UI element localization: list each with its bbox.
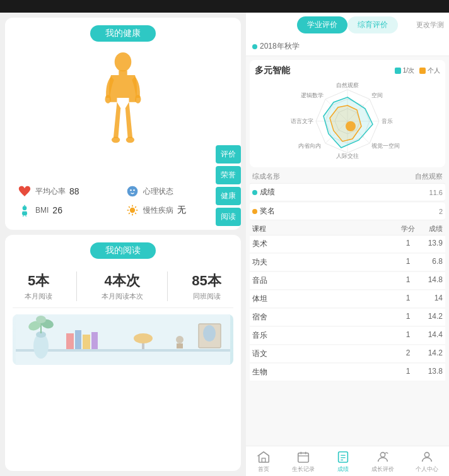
course-score-2: 14.8	[417, 275, 443, 286]
legend-dot-orange	[419, 68, 426, 74]
shelf-svg	[13, 314, 233, 365]
nav-portfolio[interactable]: 成长评价	[371, 450, 394, 473]
svg-point-6	[127, 186, 138, 197]
mental-icon	[125, 184, 139, 198]
health-button[interactable]: 健康	[216, 187, 241, 205]
reading-monthly: 5本 本月阅读	[25, 271, 52, 301]
nav-profile-label: 个人中心	[416, 465, 438, 473]
nav-calendar[interactable]: 生长记录	[292, 450, 315, 473]
health-stats: 平均心率 88 心理状态	[13, 179, 233, 222]
bmi-label: BMI	[35, 206, 49, 215]
year-row: 2018年秋学	[246, 37, 449, 56]
course-score-6: 14.2	[417, 348, 443, 359]
eval-button[interactable]: 评价	[216, 145, 241, 164]
eval-col1: 综成名形	[252, 172, 280, 181]
nav-profile[interactable]: 个人中心	[416, 450, 438, 473]
course-row-5: 音乐 1 14.4	[250, 327, 445, 345]
honor-row-0: 成绩 11.6	[250, 184, 445, 201]
nav-report[interactable]: 成绩	[336, 450, 350, 473]
heart-rate-value: 88	[69, 186, 79, 196]
svg-point-49	[346, 121, 356, 131]
health-section: 我的健康	[5, 18, 241, 230]
honor-label-1: 奖名	[260, 206, 275, 217]
course-name-5: 音乐	[252, 330, 399, 341]
year-dot	[252, 44, 257, 49]
svg-text:自然观察: 自然观察	[336, 82, 359, 88]
reading-button[interactable]: 阅读	[216, 208, 241, 226]
svg-text:语言文字: 语言文字	[291, 118, 313, 124]
svg-line-19	[135, 213, 136, 214]
health-title-badge: 我的健康	[90, 25, 156, 42]
course-score-4: 14.2	[417, 312, 443, 323]
course-credit-1: 1	[399, 257, 417, 268]
honor-dot-green-0	[252, 190, 257, 195]
svg-text:内省向内: 内省向内	[298, 143, 321, 149]
radar-chart: 自然观察 空间 音乐 视觉一空间 人际交往 内省向内 语言文字 逻辑数学	[284, 82, 411, 161]
course-credit-6: 2	[399, 348, 417, 359]
tab-academic[interactable]: 学业评价	[297, 16, 347, 33]
nav-report-label: 成绩	[337, 465, 349, 473]
chronic-disease-value: 无	[177, 205, 186, 216]
svg-point-4	[112, 137, 120, 143]
course-header-credit: 学分	[399, 224, 417, 234]
legend-personal: 个人	[419, 66, 440, 75]
honor-button[interactable]: 荣誉	[216, 166, 241, 184]
eval-col2: 自然观察	[415, 172, 443, 181]
side-buttons: 评价 荣誉 健康 阅读	[216, 145, 241, 226]
status-bar-right	[246, 0, 449, 13]
body-figure-svg	[98, 51, 148, 171]
svg-point-7	[130, 189, 132, 191]
course-name-0: 美术	[252, 239, 399, 249]
calendar-icon	[296, 450, 310, 464]
course-name-6: 语文	[252, 348, 399, 359]
course-row-3: 体坦 1 14	[250, 290, 445, 308]
course-row-0: 美术 1 13.9	[250, 235, 445, 253]
svg-rect-31	[75, 330, 81, 349]
svg-point-35	[134, 333, 153, 343]
chronic-disease-stat: 慢性疾病 无	[125, 203, 228, 217]
svg-point-8	[133, 189, 135, 191]
svg-line-18	[129, 206, 130, 208]
status-bar-left	[0, 0, 246, 13]
svg-point-67	[380, 453, 385, 457]
svg-rect-32	[83, 335, 90, 349]
radar-container: 自然观察 空间 音乐 视觉一空间 人际交往 内省向内 语言文字 逻辑数学	[255, 80, 440, 162]
reading-class-label: 同班阅读	[192, 292, 221, 301]
course-score-7: 13.8	[417, 367, 443, 378]
reading-monthly-count: 5本	[25, 271, 52, 290]
course-header-row: 课程 学分 成绩	[250, 222, 445, 235]
svg-text:视觉一空间: 视觉一空间	[371, 143, 400, 149]
svg-point-36	[176, 336, 184, 343]
health-title-container: 我的健康	[13, 25, 233, 42]
tab-comprehensive[interactable]: 综育评价	[347, 16, 398, 33]
reading-section: 我的阅读 5本 本月阅读 4本次 本月阅读本次 85本 同班阅读	[5, 235, 241, 471]
course-score-0: 13.9	[417, 239, 443, 249]
svg-rect-37	[177, 343, 183, 348]
svg-text:空间: 空间	[371, 92, 383, 98]
report-icon	[336, 450, 350, 464]
reading-title-container: 我的阅读	[13, 242, 233, 259]
svg-rect-30	[66, 333, 74, 349]
svg-text:人际交往: 人际交往	[336, 153, 359, 159]
reading-class-rank: 85本 同班阅读	[192, 271, 221, 301]
svg-point-29	[36, 316, 46, 323]
course-header-score: 成绩	[417, 224, 443, 234]
course-credit-0: 1	[399, 239, 417, 249]
nav-home[interactable]: 首页	[257, 450, 271, 473]
reading-times-label: 本月阅读本次	[102, 292, 143, 301]
honor-name-1: 奖名	[252, 206, 275, 217]
chronic-disease-label: 慢性疾病	[143, 205, 173, 216]
svg-point-13	[130, 208, 135, 213]
svg-point-70	[424, 453, 429, 457]
course-name-4: 宿舍	[252, 312, 399, 323]
more-link[interactable]: 更改学测	[416, 20, 444, 30]
reading-times-count: 4本次	[102, 271, 143, 290]
right-content: 综成名形 自然观察 成绩 11.6 奖名 2 课程 学分 成绩 美术 1	[246, 170, 449, 446]
bottom-nav: 首页 生长记录 成绩	[246, 446, 449, 476]
tabs-row: 学业评价 综育评价 更改学测	[246, 13, 449, 37]
course-credit-2: 1	[399, 275, 417, 286]
svg-text:逻辑数学: 逻辑数学	[301, 92, 324, 98]
legend-group-label: 1/次	[403, 66, 414, 75]
mental-state-stat: 心理状态	[125, 184, 228, 198]
nav-calendar-label: 生长记录	[292, 465, 315, 473]
